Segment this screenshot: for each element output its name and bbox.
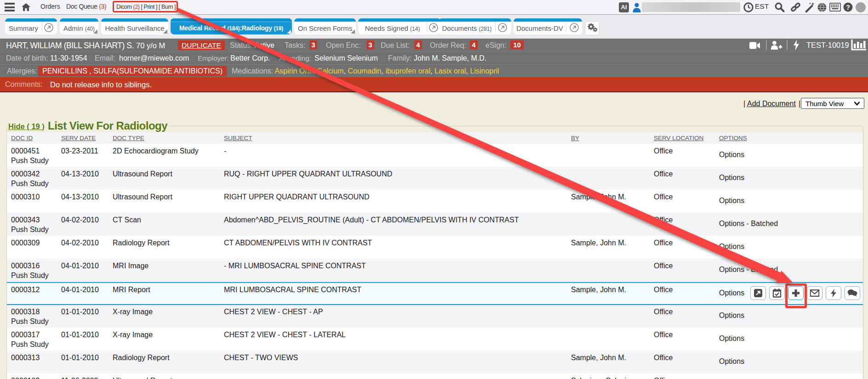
svg-text:?: ? [846,4,850,11]
